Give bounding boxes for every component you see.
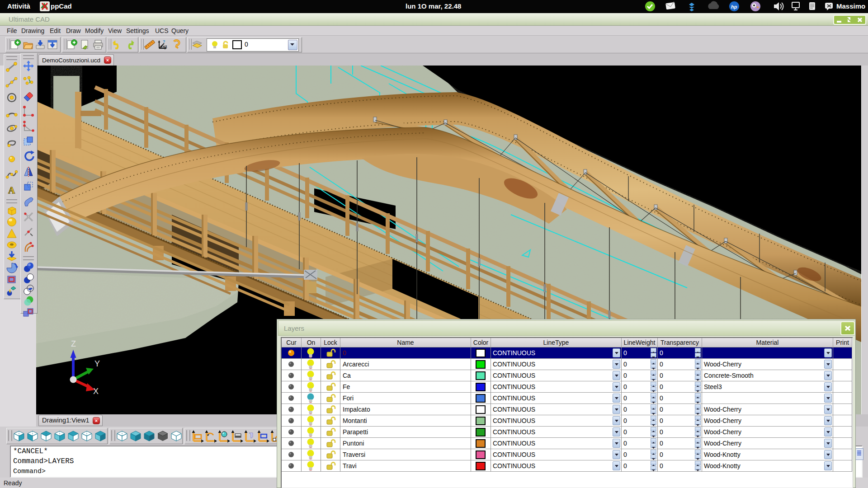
svg-text:?: ? <box>163 39 165 44</box>
svg-text:Z: Z <box>71 339 76 348</box>
svg-text:A: A <box>8 185 15 196</box>
svg-text:xyz: xyz <box>160 44 167 49</box>
svg-text:X: X <box>93 387 99 396</box>
svg-text:Y: Y <box>94 359 100 368</box>
svg-text:hp: hp <box>731 4 737 9</box>
